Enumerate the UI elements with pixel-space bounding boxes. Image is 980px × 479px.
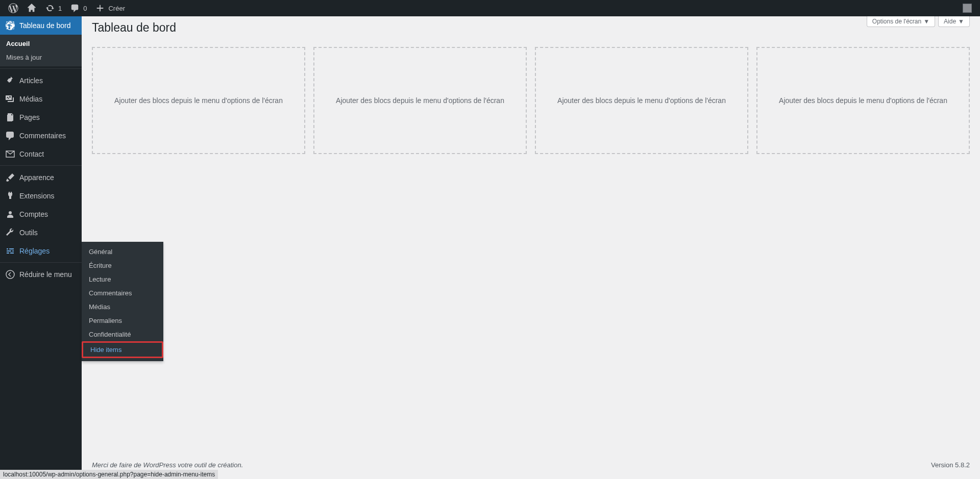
create-new-link[interactable]: Créer xyxy=(91,0,129,16)
admin-toolbar-right xyxy=(959,0,976,16)
user-account-menu[interactable] xyxy=(959,0,976,16)
wordpress-logo-menu[interactable] xyxy=(4,0,22,16)
site-home-link[interactable] xyxy=(22,0,41,16)
updates-count: 1 xyxy=(58,5,62,12)
admin-toolbar-left: 1 0 Créer xyxy=(4,0,129,16)
admin-toolbar: 1 0 Créer xyxy=(0,0,980,16)
avatar-icon xyxy=(963,4,972,13)
create-label: Créer xyxy=(108,5,125,12)
comment-icon xyxy=(70,3,80,13)
update-icon xyxy=(45,3,55,13)
comments-count: 0 xyxy=(83,5,87,12)
home-icon xyxy=(27,3,37,13)
comments-link[interactable]: 0 xyxy=(66,0,91,16)
updates-link[interactable]: 1 xyxy=(41,0,66,16)
wordpress-icon xyxy=(8,3,18,13)
plus-icon xyxy=(95,3,105,13)
